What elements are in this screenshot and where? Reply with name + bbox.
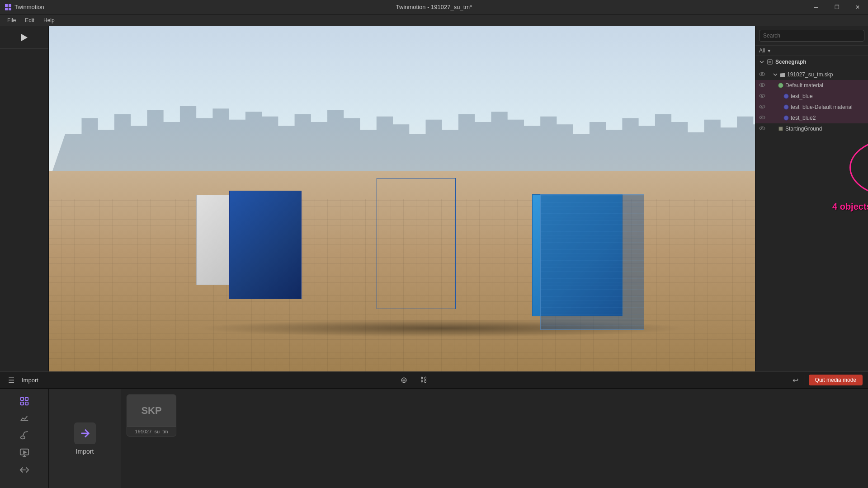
svg-rect-27 [20, 398, 23, 400]
close-button[interactable]: ✕ [847, 0, 868, 14]
tree-item-test-blue2[interactable]: test_blue2 [755, 113, 868, 123]
file-type-label: SKP [141, 405, 161, 417]
window-controls: ─ ❐ ✕ [806, 0, 868, 14]
app-name: Twinmotion [14, 4, 44, 10]
filter-label: All [759, 47, 765, 54]
tree-item-label-1: Default material [785, 82, 823, 89]
toolbar-divider [805, 375, 805, 385]
export-icon [19, 465, 29, 475]
svg-point-13 [761, 84, 763, 86]
tree-item-root[interactable]: 191027_su_tm.skp [755, 69, 868, 80]
visibility-icon-4[interactable] [759, 115, 765, 121]
box-blue-mid [377, 178, 456, 309]
bottom-panel: Import SKP 191027_su_tm [0, 389, 868, 488]
menu-edit[interactable]: Edit [20, 17, 39, 23]
minimize-button[interactable]: ─ [806, 0, 826, 14]
svg-point-16 [761, 95, 763, 97]
svg-point-21 [760, 116, 765, 119]
svg-point-14 [778, 83, 783, 88]
root-item-content: 191027_su_tm.skp [773, 71, 833, 78]
folder-icon [780, 72, 785, 77]
item5-content: StartingGround [778, 126, 822, 132]
material-icon-1 [778, 83, 783, 88]
analytics-sidebar-icon[interactable] [15, 411, 33, 426]
item1-content: Default material [778, 82, 823, 89]
visibility-icon-0[interactable] [759, 71, 765, 78]
svg-rect-28 [25, 398, 28, 400]
app-logo: Twinmotion [0, 4, 49, 11]
file-card-name: 191027_su_tm [127, 427, 176, 436]
ground-pattern [49, 199, 868, 371]
material-icon-2 [783, 94, 789, 99]
svg-point-17 [784, 94, 788, 99]
menu-help[interactable]: Help [39, 17, 59, 23]
twinmotion-icon [5, 4, 12, 11]
brush-sidebar-icon[interactable] [15, 428, 33, 443]
toolbar-center: ⊕ ⛓ [42, 373, 786, 387]
monitor-icon [19, 448, 29, 458]
import-sidebar-icon[interactable] [15, 394, 33, 409]
visibility-icon-3[interactable] [759, 104, 765, 110]
file-card-skp[interactable]: SKP 191027_su_tm [127, 394, 176, 436]
undo-button[interactable]: ↩ [790, 374, 801, 386]
tree-item-label-5: StartingGround [785, 126, 822, 132]
file-card-thumbnail: SKP [127, 395, 176, 427]
svg-rect-3 [9, 8, 11, 10]
files-area: SKP 191027_su_tm [121, 389, 868, 488]
collapse-icon[interactable] [773, 72, 778, 77]
svg-point-15 [760, 94, 765, 98]
hamburger-button[interactable]: ☰ [5, 374, 17, 386]
visibility-icon-1[interactable] [759, 82, 765, 89]
box-blue-glass [540, 194, 644, 330]
box-blue-dark [229, 191, 302, 299]
svg-rect-26 [779, 127, 783, 131]
import-main-button[interactable]: Import [49, 389, 121, 488]
tree-item-default-material[interactable]: Default material [755, 80, 868, 91]
toolbar-right: ↩ Quit media mode [790, 374, 863, 386]
quit-media-mode-button[interactable]: Quit media mode [809, 375, 863, 385]
svg-point-23 [784, 116, 788, 120]
visibility-icon-5[interactable] [759, 126, 765, 132]
tree-item-starting-ground[interactable]: StartingGround [755, 123, 868, 134]
material-icon-4 [783, 115, 789, 121]
svg-point-9 [760, 73, 765, 76]
link-tool-button[interactable]: ⛓ [417, 374, 430, 386]
filter-row[interactable]: All ▼ [755, 46, 868, 56]
play-button[interactable] [0, 26, 48, 49]
scene-container [49, 26, 868, 371]
annotation-ellipse [849, 138, 868, 197]
tree-item-test-blue-default[interactable]: test_blue-Default material [755, 102, 868, 113]
menu-file[interactable]: File [3, 17, 20, 23]
import-panel-sidebar [0, 389, 49, 488]
material-icon-3 [783, 104, 789, 110]
import-label: Import [22, 377, 38, 384]
export-sidebar-icon[interactable] [15, 462, 33, 478]
window-title: Twinmotion - 191027_su_tm* [396, 4, 472, 10]
svg-point-10 [761, 73, 763, 75]
scenegraph-header: Scenegraph [755, 56, 868, 68]
filter-dropdown-arrow: ▼ [767, 48, 771, 53]
svg-point-25 [761, 127, 763, 129]
search-input[interactable] [759, 30, 864, 42]
move-tool-button[interactable]: ⊕ [398, 373, 410, 387]
import-icon [19, 396, 29, 406]
scenegraph-collapse-icon[interactable] [759, 59, 764, 65]
svg-line-32 [23, 432, 24, 436]
import-arrow-icon [74, 422, 96, 444]
tree-item-label-0: 191027_su_tm.skp [787, 71, 833, 78]
svg-rect-1 [9, 4, 11, 7]
maximize-button[interactable]: ❐ [826, 0, 847, 14]
viewport[interactable] [49, 26, 868, 371]
scenegraph-title: Scenegraph [775, 59, 807, 65]
svg-point-20 [784, 105, 788, 109]
tree-item-label-4: test_blue2 [791, 115, 816, 121]
play-sidebar-icon[interactable] [15, 445, 33, 460]
annotation-text: 4 objects were generated [832, 202, 868, 212]
toolbar-left: ☰ Import [5, 374, 38, 386]
tree-item-label-2: test_blue [791, 93, 813, 99]
visibility-icon-2[interactable] [759, 93, 765, 99]
tree-item-test-blue[interactable]: test_blue [755, 91, 868, 102]
tree-item-label-3: test_blue-Default material [791, 104, 853, 110]
import-area-label: Import [76, 448, 94, 455]
svg-marker-37 [24, 451, 26, 454]
